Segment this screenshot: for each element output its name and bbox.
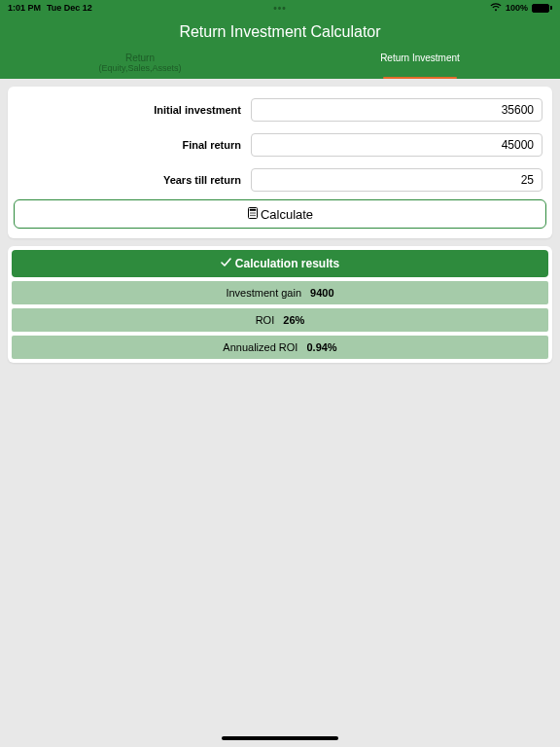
ann-value: 0.94% — [306, 341, 336, 353]
tab-return-sublabel: (Equity,Sales,Assets) — [0, 63, 280, 73]
initial-investment-label: Initial investment — [18, 104, 245, 116]
tab-bar: Return (Equity,Sales,Assets) Return Inve… — [0, 49, 560, 79]
gain-label: Investment gain — [226, 287, 301, 299]
camera-indicator-icon: ••• — [273, 3, 287, 14]
home-indicator[interactable] — [222, 736, 338, 740]
ann-label: Annualized ROI — [223, 341, 298, 353]
calculate-label: Calculate — [261, 207, 313, 222]
svg-point-6 — [252, 214, 253, 215]
final-return-input[interactable] — [251, 133, 542, 157]
tab-return-label: Return — [0, 53, 280, 63]
result-annualized: Annualized ROI 0.94% — [12, 336, 548, 359]
svg-point-4 — [254, 212, 255, 213]
results-card: Calculation results Investment gain 9400… — [8, 246, 552, 363]
roi-value: 26% — [283, 314, 304, 326]
svg-point-5 — [250, 214, 251, 215]
roi-label: ROI — [256, 314, 275, 326]
svg-point-7 — [254, 214, 255, 215]
battery-icon — [532, 4, 552, 13]
wifi-icon — [490, 3, 502, 14]
svg-point-3 — [252, 212, 253, 213]
years-label: Years till return — [18, 174, 245, 186]
input-card: Initial investment Final return Years ti… — [8, 87, 552, 238]
status-bar: 1:01 PM Tue Dec 12 ••• 100% — [0, 0, 560, 14]
final-return-label: Final return — [18, 139, 245, 151]
check-icon — [221, 257, 231, 270]
svg-rect-1 — [250, 208, 256, 210]
tab-return-investment-label: Return Investment — [380, 53, 460, 63]
status-time: 1:01 PM — [8, 3, 41, 13]
results-title: Calculation results — [235, 257, 339, 270]
app-title: Return Investment Calculator — [0, 19, 560, 49]
initial-investment-input[interactable] — [251, 98, 542, 122]
calculate-button[interactable]: Calculate — [14, 199, 546, 229]
gain-value: 9400 — [310, 287, 333, 299]
status-date: Tue Dec 12 — [47, 3, 92, 13]
tab-return-investment[interactable]: Return Investment — [280, 49, 560, 79]
results-header: Calculation results — [12, 250, 548, 277]
calculator-icon — [247, 207, 259, 222]
app-header: Return Investment Calculator Return (Equ… — [0, 14, 560, 79]
years-input[interactable] — [251, 168, 542, 192]
result-gain: Investment gain 9400 — [12, 281, 548, 304]
svg-point-2 — [250, 212, 251, 213]
result-roi: ROI 26% — [12, 308, 548, 332]
battery-percent: 100% — [506, 3, 528, 13]
tab-return[interactable]: Return (Equity,Sales,Assets) — [0, 49, 280, 79]
